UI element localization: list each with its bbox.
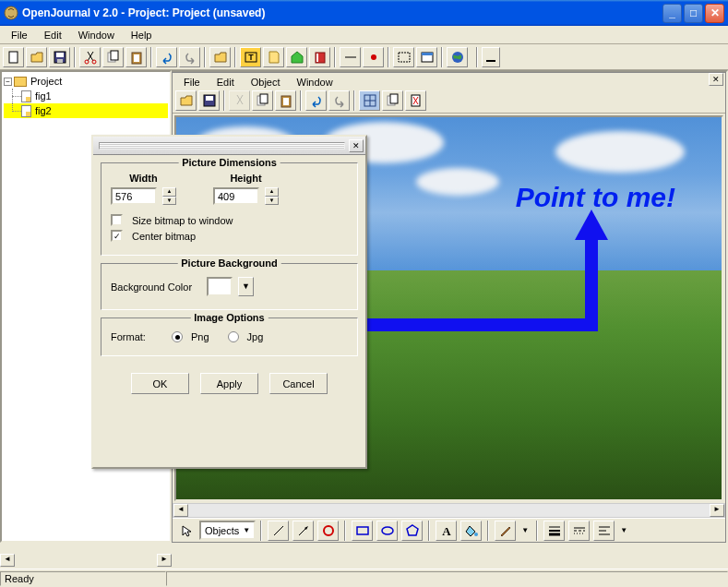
minimize-button[interactable]: _: [662, 4, 682, 23]
folder-button[interactable]: [209, 47, 231, 67]
dialog-close-button[interactable]: ✕: [349, 139, 364, 152]
png-radio[interactable]: [172, 331, 183, 342]
size-bitmap-checkbox[interactable]: [111, 214, 123, 226]
align-dropdown[interactable]: ▼: [618, 521, 629, 541]
child-menu-window[interactable]: Window: [290, 75, 340, 90]
note-button[interactable]: [263, 47, 284, 67]
align-tool[interactable]: [593, 521, 615, 541]
fill-tool[interactable]: [460, 521, 482, 541]
canvas-hscroll[interactable]: ◄►: [173, 503, 725, 518]
line-button[interactable]: [340, 47, 361, 67]
child-menu-object[interactable]: Object: [244, 75, 288, 90]
menu-help[interactable]: Help: [124, 28, 160, 42]
apply-button[interactable]: Apply: [200, 373, 258, 394]
child-copy-button[interactable]: [252, 90, 273, 111]
objects-dropdown[interactable]: Objects ▼: [199, 521, 256, 540]
objects-label: Objects: [205, 525, 239, 536]
dialog-titlebar[interactable]: ✕: [93, 137, 365, 155]
center-bitmap-row[interactable]: ✓ Center bitmap: [111, 230, 348, 242]
menu-window[interactable]: Window: [71, 28, 122, 42]
bgcolor-swatch[interactable]: [207, 277, 233, 296]
tree-item-fig2[interactable]: fig2: [4, 103, 168, 118]
linewidth-tool[interactable]: [543, 521, 565, 541]
text-frame-button[interactable]: T: [240, 47, 261, 67]
child-grid-button[interactable]: [359, 90, 380, 111]
select-rect-button[interactable]: [393, 47, 414, 67]
maximize-button[interactable]: □: [684, 4, 703, 23]
globe-button[interactable]: [447, 47, 468, 67]
png-label: Png: [191, 331, 209, 342]
text-tool[interactable]: A: [436, 521, 457, 541]
rect-tool[interactable]: [352, 521, 373, 541]
new-button[interactable]: [3, 47, 24, 67]
bgcolor-dropdown[interactable]: ▼: [238, 277, 254, 296]
cut-button[interactable]: [79, 47, 101, 67]
child-redo-button[interactable]: [328, 90, 350, 111]
svg-rect-14: [316, 54, 318, 62]
copy-button[interactable]: [102, 47, 124, 67]
tree-label: fig1: [33, 90, 54, 102]
child-menu-file[interactable]: File: [176, 75, 208, 90]
minimize-tool-button[interactable]: [482, 47, 500, 67]
size-bitmap-row[interactable]: Size bitmap to window: [111, 214, 348, 226]
dimensions-group: Picture Dimensions Width ▲▼ Height ▲▼ Si…: [101, 162, 358, 256]
menu-file[interactable]: File: [4, 28, 35, 42]
arrow-tool[interactable]: [292, 521, 314, 541]
height-input[interactable]: [213, 187, 259, 205]
child-save-button[interactable]: [198, 90, 220, 111]
jpg-label: Jpg: [247, 331, 264, 342]
child-undo-button[interactable]: [305, 90, 327, 111]
collapse-icon[interactable]: −: [4, 78, 12, 86]
center-bitmap-checkbox[interactable]: ✓: [111, 230, 123, 242]
window-titlebar: OpenJournal v 2.0 - Project: Project (un…: [0, 0, 728, 26]
svg-point-16: [371, 54, 376, 60]
object-toolbar: Objects ▼ A ▼: [173, 518, 725, 542]
width-input[interactable]: [111, 187, 157, 205]
cancel-button[interactable]: Cancel: [269, 373, 328, 394]
brush-tool[interactable]: [495, 521, 516, 541]
ellipse-tool[interactable]: [376, 521, 398, 541]
svg-rect-21: [486, 60, 495, 62]
brush-dropdown[interactable]: ▼: [519, 521, 531, 541]
tree-item-fig1[interactable]: fig1: [4, 89, 168, 103]
height-spinner[interactable]: ▲▼: [265, 187, 279, 205]
circle-red-tool[interactable]: [317, 521, 339, 541]
tree-root[interactable]: − Project: [4, 74, 168, 89]
record-button[interactable]: [363, 47, 384, 67]
redo-button[interactable]: [179, 47, 200, 67]
paste-button[interactable]: [125, 47, 147, 67]
jpg-radio[interactable]: [228, 331, 239, 342]
open-button[interactable]: [26, 47, 47, 67]
svg-text:A: A: [442, 524, 451, 538]
ok-button[interactable]: OK: [131, 373, 189, 394]
tree-hscroll[interactable]: ◄►: [0, 554, 172, 569]
book-button[interactable]: [309, 47, 330, 67]
child-close-button[interactable]: ✕: [709, 73, 723, 86]
width-label: Width: [111, 173, 176, 184]
child-open-button[interactable]: [175, 90, 197, 111]
child-copy-page-button[interactable]: [382, 90, 403, 111]
child-menu-edit[interactable]: Edit: [209, 75, 242, 90]
close-button[interactable]: ✕: [705, 4, 724, 23]
options-group: Image Options Format: Png Jpg: [101, 317, 358, 356]
width-spinner[interactable]: ▲▼: [162, 187, 176, 205]
child-cut-button[interactable]: [229, 90, 250, 111]
line-tool[interactable]: [268, 521, 289, 541]
tree-root-label: Project: [29, 76, 64, 87]
polygon-tool[interactable]: [401, 521, 423, 541]
svg-rect-23: [206, 96, 213, 101]
undo-button[interactable]: [156, 47, 177, 67]
child-toolbar: [173, 88, 725, 114]
linestyle-tool[interactable]: [568, 521, 590, 541]
menu-edit[interactable]: Edit: [37, 28, 69, 42]
tag-button[interactable]: [286, 47, 307, 67]
figure-icon: [21, 105, 31, 117]
pointer-tool[interactable]: [175, 521, 197, 541]
svg-rect-17: [399, 53, 410, 62]
child-paste-button[interactable]: [275, 90, 296, 111]
save-button[interactable]: [49, 47, 70, 67]
status-text: Ready: [0, 571, 166, 586]
background-title: Picture Background: [177, 258, 281, 269]
child-del-page-button[interactable]: [405, 90, 426, 111]
window-icon-button[interactable]: [416, 47, 437, 67]
